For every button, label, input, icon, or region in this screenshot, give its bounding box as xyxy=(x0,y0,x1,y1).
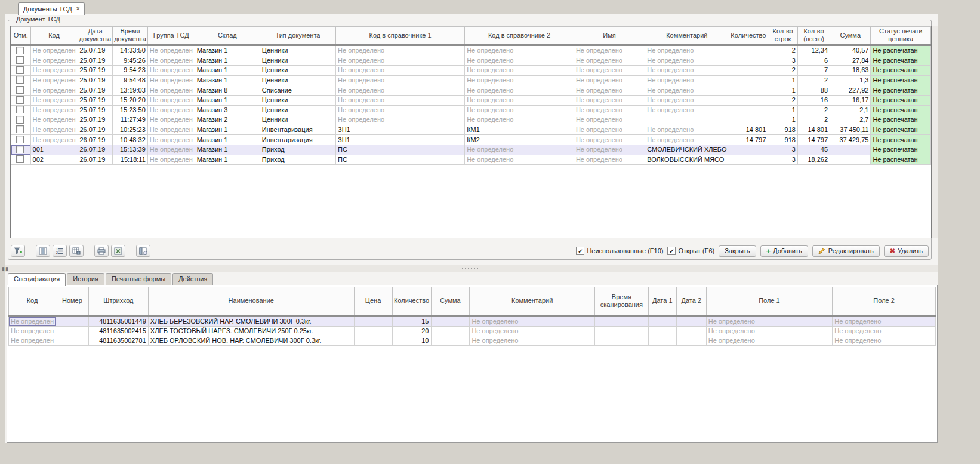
column-header[interactable]: Поле 2 xyxy=(833,287,936,316)
row-checkbox[interactable] xyxy=(16,56,24,64)
close-button[interactable]: Закрыть xyxy=(719,245,756,257)
print-button[interactable] xyxy=(94,245,109,257)
grid-settings-icon xyxy=(139,247,147,255)
row-checkbox[interactable] xyxy=(16,106,24,113)
table-cell: 25.07.19 xyxy=(78,95,113,105)
table-cell: 26.07.19 xyxy=(78,155,113,165)
delete-cross-icon: ✖ xyxy=(890,248,895,254)
column-header[interactable]: Тип документа xyxy=(260,27,335,45)
table-row[interactable]: Не определен4811635001449ХЛЕБ БЕРЕЗОВСКИ… xyxy=(9,316,936,327)
table-row[interactable]: Не определен25.07.1915:23:50Не определен… xyxy=(11,105,931,115)
column-header[interactable]: Время сканирования xyxy=(594,287,648,316)
splitter-handle[interactable] xyxy=(462,268,480,269)
table-row[interactable]: Не определен25.07.1915:20:20Не определен… xyxy=(11,95,931,105)
column-header[interactable]: Наименование xyxy=(148,287,354,316)
column-header[interactable]: Код в справочнике 1 xyxy=(336,27,465,45)
export-table-button[interactable] xyxy=(69,245,84,257)
column-header[interactable]: Количество xyxy=(729,27,768,45)
column-header[interactable]: Кол-во (всего) xyxy=(797,27,830,45)
row-checkbox[interactable] xyxy=(16,125,24,133)
tab-actions[interactable]: Действия xyxy=(172,273,213,285)
row-checkbox[interactable] xyxy=(16,146,24,153)
edit-button[interactable]: Редактировать xyxy=(812,245,880,257)
table-cell: ХЛЕБ ОРЛОВСКИЙ НОВ. НАР. СМОЛЕВИЧИ 300Г … xyxy=(148,336,354,345)
tab-documents-tsd[interactable]: Документы ТСД × xyxy=(18,2,85,15)
checkbox-unused-f10[interactable]: Неиспользованные (F10) xyxy=(576,247,663,255)
column-header[interactable]: Отм. xyxy=(11,27,31,45)
column-header[interactable]: Количество xyxy=(392,287,431,316)
table-cell: ПС xyxy=(336,155,465,165)
columns-button[interactable] xyxy=(36,245,50,257)
splitter-grip[interactable]: ▮▮ xyxy=(2,266,9,272)
column-header[interactable]: Кол-во строк xyxy=(768,27,798,45)
table-cell: Магазин 2 xyxy=(195,115,260,125)
table-cell: 20 xyxy=(392,326,431,336)
column-header[interactable]: Код xyxy=(9,287,56,316)
column-header[interactable]: Код xyxy=(30,27,78,45)
table-cell: 25.07.19 xyxy=(78,45,113,56)
add-button[interactable]: + Добавить xyxy=(760,245,808,257)
table-cell: Не определено xyxy=(833,316,936,327)
table-row[interactable]: 00226.07.1915:18:11Не определенМагазин 1… xyxy=(11,155,931,165)
column-header[interactable]: Поле 1 xyxy=(706,287,833,316)
tab-specification[interactable]: Спецификация xyxy=(8,273,66,286)
row-checkbox[interactable] xyxy=(16,76,24,84)
table-row[interactable]: 00126.07.1915:13:39Не определенМагазин 1… xyxy=(11,145,931,155)
vertical-scrollbar[interactable] xyxy=(932,26,938,238)
row-checkbox[interactable] xyxy=(16,86,24,94)
tab-history[interactable]: История xyxy=(67,273,104,285)
filter-button[interactable] xyxy=(11,245,25,257)
column-header[interactable]: Время документа xyxy=(113,27,148,45)
excel-export-button[interactable] xyxy=(111,245,125,257)
column-header[interactable]: Номер xyxy=(56,287,88,316)
column-header[interactable]: Цена xyxy=(354,287,392,316)
table-cell xyxy=(11,135,31,145)
row-checkbox[interactable] xyxy=(16,116,24,124)
checkbox-open-f6[interactable]: Открыт (F6) xyxy=(667,247,714,255)
column-header[interactable]: Статус печати ценника xyxy=(871,27,931,45)
table-row[interactable]: Не определен25.07.199:45:26Не определенМ… xyxy=(11,56,931,66)
tab-print-forms[interactable]: Печатные формы xyxy=(106,273,171,285)
table-cell: Не определено xyxy=(465,115,574,125)
tab-close-icon[interactable]: × xyxy=(76,6,80,12)
table-row[interactable]: Не определен25.07.1913:19:03Не определен… xyxy=(11,85,931,96)
row-checkbox[interactable] xyxy=(16,66,24,74)
column-header[interactable]: Дата 1 xyxy=(648,287,676,316)
table-row[interactable]: Не определен25.07.199:54:23Не определенМ… xyxy=(11,66,931,76)
column-header[interactable]: Сумма xyxy=(830,27,871,45)
row-checkbox[interactable] xyxy=(16,96,24,104)
column-header[interactable]: Имя xyxy=(574,27,645,45)
column-header[interactable]: Комментарий xyxy=(470,287,595,316)
table-row[interactable]: Не определен4811635002415ХЛЕБ ТОСТОВЫЙ Н… xyxy=(9,326,936,336)
column-header[interactable]: Дата 2 xyxy=(676,287,706,316)
row-checkbox[interactable] xyxy=(16,47,24,54)
column-header[interactable]: Склад xyxy=(195,27,260,45)
table-row[interactable]: Не определен26.07.1910:25:23Не определен… xyxy=(11,125,931,135)
table-cell: Не определено xyxy=(645,95,729,105)
column-header[interactable]: Код в справочнике 2 xyxy=(465,27,574,45)
table-cell xyxy=(56,326,88,336)
table-row[interactable]: Не определен26.07.1910:48:32Не определен… xyxy=(11,135,931,145)
table-cell: Не определено xyxy=(574,95,645,105)
delete-button[interactable]: ✖ Удалить xyxy=(884,245,929,257)
checkbox-open-icon[interactable] xyxy=(667,247,676,255)
checkbox-unused-icon[interactable] xyxy=(576,247,584,255)
table-cell: 1 xyxy=(768,115,798,125)
column-header[interactable]: Дата документа xyxy=(78,27,113,45)
table-row[interactable]: Не определен25.07.1911:27:49Не определен… xyxy=(11,115,931,125)
table-row[interactable]: Не определен4811635002781ХЛЕБ ОРЛОВСКИЙ … xyxy=(9,336,936,345)
table-row[interactable]: Не определен25.07.1914:33:50Не определен… xyxy=(11,45,931,56)
column-header[interactable]: Группа ТСД xyxy=(147,27,195,45)
row-checkbox[interactable] xyxy=(16,136,24,143)
row-checkbox[interactable] xyxy=(16,155,24,163)
column-header[interactable]: Штрихкод xyxy=(88,287,148,316)
column-header[interactable]: Комментарий xyxy=(645,27,729,45)
print-icon xyxy=(97,247,106,255)
column-header[interactable]: Сумма xyxy=(431,287,470,316)
numbered-list-button[interactable]: 12 xyxy=(53,245,67,257)
grid-settings-button[interactable] xyxy=(136,245,150,257)
table-cell: ЗН1 xyxy=(336,135,465,145)
table-cell xyxy=(11,145,31,155)
table-row[interactable]: Не определен25.07.199:54:48Не определенМ… xyxy=(11,75,931,85)
splitter[interactable]: ▮▮ xyxy=(5,265,938,272)
